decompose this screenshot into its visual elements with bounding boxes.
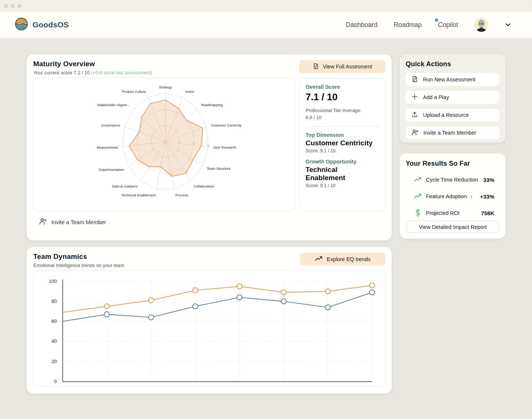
svg-text:Stakeholder Alignm...: Stakeholder Alignm...	[97, 103, 130, 107]
explore-eq-trends-button[interactable]: Explore EQ trends	[300, 253, 385, 266]
tier-average-value: 6.8 / 10	[306, 114, 379, 121]
growth-opportunity-value: Technical Enablement	[306, 166, 379, 182]
top-dimension-label: Top Dimension	[306, 132, 379, 138]
svg-text:Strategy: Strategy	[159, 85, 172, 89]
score-delta: (+0.6 since last assessment)	[91, 70, 152, 75]
svg-text:20: 20	[51, 359, 57, 364]
document-icon	[411, 75, 418, 84]
svg-text:60: 60	[51, 318, 57, 324]
brand-name: GoodsOS	[33, 20, 69, 29]
nav-copilot[interactable]: Copilot	[438, 21, 458, 29]
growth-opportunity-label: Growth Opportunity	[306, 159, 379, 165]
svg-text:Measurement: Measurement	[97, 145, 118, 149]
svg-text:40: 40	[51, 338, 57, 344]
view-detailed-impact-report-button[interactable]: View Detailed Impact Report	[406, 221, 499, 233]
svg-text:Customer Centricity: Customer Centricity	[211, 123, 242, 127]
overall-score-panel: Overall Score 7.1 / 10 Professional Tier…	[299, 78, 385, 212]
maturity-subtitle: Your current score 7.2 / 10 (+0.6 since …	[33, 70, 152, 75]
divider	[306, 126, 379, 127]
person-plus-icon	[411, 129, 419, 137]
results-title: Your Results So Far	[406, 160, 499, 168]
trend-up-icon	[414, 193, 422, 200]
window-dot	[11, 4, 15, 8]
tier-average-label: Professional Tier Average:	[306, 107, 379, 114]
result-value: 33%	[483, 177, 494, 183]
up-arrow-icon: ↑	[470, 193, 473, 200]
growth-opportunity-score: Score: 9.1 / 10	[306, 183, 379, 188]
document-icon	[313, 63, 319, 71]
user-avatar[interactable]	[474, 18, 488, 32]
maturity-radar-panel: 3610StrategyVisionRoadmappingCustomer Ce…	[33, 78, 296, 212]
top-dimension-value: Customer Centricity	[306, 139, 379, 147]
overall-score-value: 7.1 / 10	[306, 91, 379, 103]
trend-up-icon	[315, 256, 323, 263]
main-nav: Dashboard Roadmap Copilot	[346, 18, 511, 32]
add-a-play-button[interactable]: Add a Play	[406, 91, 499, 104]
svg-text:Product Culture: Product Culture	[122, 89, 146, 94]
svg-text:Data & Analytics: Data & Analytics	[112, 184, 137, 188]
upload-a-resource-button[interactable]: Upload a Resource	[406, 108, 499, 122]
svg-text:Team Structure: Team Structure	[207, 166, 231, 170]
run-new-assessment-button[interactable]: Run New Assessment	[406, 73, 499, 86]
plus-icon	[411, 93, 418, 101]
trend-up-icon	[414, 176, 422, 183]
svg-text:10: 10	[206, 143, 210, 148]
team-line-chart-panel: 020406080100	[33, 270, 385, 387]
svg-text:0: 0	[54, 379, 57, 384]
notification-dot	[435, 18, 438, 22]
window-dot	[17, 4, 21, 8]
dollar-icon	[414, 209, 422, 217]
results-card: Your Results So Far Cycle Time Reduction…	[400, 153, 505, 239]
result-value: +33%	[480, 193, 494, 200]
team-dynamics-title: Team Dynamics	[33, 253, 124, 261]
window-dot	[4, 4, 8, 8]
chevron-down-icon[interactable]	[505, 21, 511, 28]
maturity-title: Maturity Overview	[33, 60, 152, 68]
result-value: 758K	[481, 210, 494, 216]
svg-text:Technical Enablement: Technical Enablement	[122, 193, 156, 197]
brand[interactable]: GoodsOS	[15, 17, 69, 32]
svg-text:100: 100	[49, 278, 57, 284]
upload-icon	[411, 111, 418, 119]
result-row-cycle-time: Cycle Time Reduction 33%	[414, 175, 494, 184]
svg-text:Governance: Governance	[101, 123, 120, 127]
invite-a-team-member-button[interactable]: Invite a Team Member	[406, 126, 499, 139]
result-row-projected-roi: Projected ROI 758K	[414, 209, 494, 217]
invite-team-member-link[interactable]: Invite a Team Member	[39, 217, 106, 227]
nav-dashboard[interactable]: Dashboard	[346, 21, 378, 29]
quick-actions-card: Quick Actions Run New Assessment Add a P…	[400, 54, 505, 142]
view-full-assessment-button[interactable]: View Full Assesment	[299, 60, 385, 73]
svg-text:Vision: Vision	[185, 89, 195, 94]
maturity-radar-svg: 3610StrategyVisionRoadmappingCustomer Ce…	[34, 78, 295, 211]
person-plus-icon	[39, 217, 47, 227]
result-row-feature-adoption: Feature Adoption ↑ +33%	[414, 192, 494, 201]
team-dynamics-subtitle: Emotional Intelligence trends on your te…	[33, 263, 124, 268]
svg-text:Collaboration: Collaboration	[194, 184, 214, 188]
top-dimension-score: Score: 9.1 / 10	[306, 148, 379, 153]
goodsos-logo-icon	[15, 17, 28, 32]
maturity-overview-card: Maturity Overview Your current score 7.2…	[27, 54, 392, 240]
quick-actions-title: Quick Actions	[406, 60, 499, 68]
svg-text:Process: Process	[175, 193, 188, 197]
app-header: GoodsOS Dashboard Roadmap Copilot	[0, 12, 532, 38]
nav-roadmap[interactable]: Roadmap	[394, 21, 422, 29]
team-line-svg: 020406080100	[34, 270, 385, 386]
svg-text:Roadmapping: Roadmapping	[201, 103, 223, 107]
svg-text:80: 80	[51, 298, 57, 304]
overall-score-label: Overall Score	[306, 84, 379, 90]
svg-text:Experimentation: Experimentation	[99, 168, 124, 172]
team-dynamics-card: Team Dynamics Emotional Intelligence tre…	[27, 247, 392, 393]
svg-text:User Research: User Research	[213, 145, 236, 149]
window-chrome	[0, 0, 532, 12]
